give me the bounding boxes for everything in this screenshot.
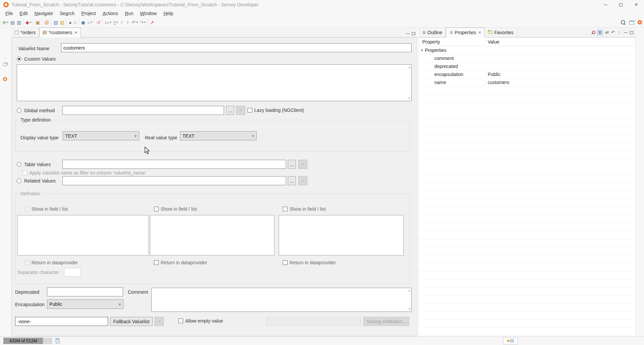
property-column-header[interactable]: Property [419, 39, 485, 45]
definition-list-1[interactable] [17, 215, 149, 256]
scroll-down-icon[interactable]: ∨ [408, 96, 411, 100]
close-tab-icon[interactable]: × [478, 30, 481, 35]
custom-values-radio[interactable] [17, 57, 21, 61]
minimize-window-button[interactable] [598, 0, 613, 9]
global-method-input[interactable] [62, 106, 224, 115]
return-in-dataprovider-checkbox-2[interactable] [154, 260, 159, 265]
valuelist-name-input[interactable] [61, 43, 412, 52]
menu-run[interactable]: Run [121, 10, 137, 17]
maximize-editor-icon[interactable] [412, 32, 415, 35]
client-launcher[interactable] [503, 337, 518, 344]
table-values-input[interactable] [62, 160, 286, 169]
launch-client-icon[interactable]: ◆▾ [24, 18, 32, 26]
definition-list-3[interactable] [279, 215, 404, 256]
custom-values-textarea[interactable]: ∧ ∨ [17, 64, 412, 101]
servoy-toolbar-icon[interactable] [638, 20, 642, 24]
property-row-comment[interactable]: comment [419, 54, 635, 62]
pin-editor-icon[interactable]: ↗ [149, 18, 155, 26]
dropdown-caret-icon[interactable]: ▾ [91, 21, 92, 24]
view-tab-favorites[interactable]: Favorites [485, 27, 517, 37]
global-method-radio[interactable] [17, 108, 21, 113]
allow-empty-value-checkbox[interactable] [178, 319, 183, 323]
new-valuelist-icon[interactable]: ▨ [59, 18, 65, 26]
value-column-header[interactable]: Value [485, 39, 635, 45]
dropdown-caret-icon[interactable]: ▾ [116, 21, 118, 24]
property-row-properties[interactable]: ∨Properties [419, 46, 635, 54]
select-tool-icon[interactable]: ↺ [95, 18, 101, 26]
place-group-icon[interactable]: ▯▾ [112, 18, 119, 26]
save-icon[interactable]: ▤ [9, 18, 16, 26]
dropdown-caret-icon[interactable]: ▾ [136, 21, 138, 24]
menu-navigate[interactable]: Navigate [31, 10, 56, 17]
chevron-down-icon[interactable]: ∨ [419, 48, 425, 52]
real-value-type-select[interactable]: TEXT ∨ [180, 131, 257, 140]
new-global-method-icon[interactable]: @ [43, 18, 50, 26]
menu-search[interactable]: Search [56, 10, 78, 17]
open-perspective-icon[interactable] [629, 20, 634, 24]
comment-textarea[interactable]: ∧ ∨ [151, 288, 412, 312]
display-value-type-select[interactable]: TEXT ∨ [63, 131, 139, 140]
editor-tab-orders[interactable]: *orders [11, 27, 39, 37]
menu-project[interactable]: Project [78, 10, 99, 17]
menu-window[interactable]: Window [137, 10, 160, 17]
menu-file[interactable]: File [2, 10, 16, 17]
heap-status[interactable]: 433M of 512M [3, 338, 52, 344]
place-field-icon[interactable]: ▭▾ [104, 18, 112, 26]
run-garbage-collector-icon[interactable] [56, 338, 60, 343]
show-in-field-checkbox-3[interactable] [283, 207, 287, 211]
scroll-up-icon[interactable]: ∧ [408, 289, 411, 292]
maximize-view-icon[interactable] [630, 31, 633, 34]
scroll-up-icon[interactable]: ∧ [408, 66, 411, 69]
dropdown-caret-icon[interactable]: ▾ [7, 21, 8, 24]
property-row-name[interactable]: namecustomers [419, 78, 635, 86]
restore-default-icon[interactable]: ↶ [611, 30, 615, 35]
dropdown-caret-icon[interactable]: ▾ [144, 21, 146, 24]
view-tab-properties[interactable]: ≣Properties× [446, 27, 485, 38]
related-values-radio[interactable] [17, 179, 21, 183]
dropdown-caret-icon[interactable]: ▾ [30, 21, 31, 24]
solution-view-icon[interactable] [3, 77, 7, 81]
view-tab-outline[interactable]: ≣Outline [419, 27, 446, 37]
restore-view-icon[interactable] [3, 63, 7, 66]
view-menu-icon[interactable]: ⋮ [617, 30, 622, 35]
minimize-editor-icon[interactable] [406, 33, 410, 34]
show-categories-icon[interactable]: ≣ [597, 30, 603, 35]
property-value[interactable]: Public [485, 72, 635, 77]
zoom-icon[interactable]: ○▾ [86, 18, 93, 26]
menu-help[interactable]: Help [160, 10, 176, 17]
export-solution-icon[interactable]: ▣ [35, 18, 41, 26]
editor-tab-customers[interactable]: *customers× [39, 27, 81, 38]
search-icon[interactable] [621, 20, 626, 25]
table-values-radio[interactable] [17, 162, 21, 167]
deprecated-input[interactable] [47, 287, 123, 296]
fallback-valuelist-input[interactable] [15, 317, 108, 326]
maximize-window-button[interactable] [613, 0, 629, 9]
related-values-input[interactable] [62, 176, 286, 185]
grip-handle[interactable]: ⋯ [3, 56, 7, 60]
anchor-back-icon[interactable]: ↶▾ [131, 18, 139, 26]
table-values-browse-button[interactable]: ... [288, 160, 296, 169]
menu-actions[interactable]: Actions [99, 10, 121, 17]
encapsulation-select[interactable]: Public ∨ [47, 299, 123, 309]
close-tab-icon[interactable]: × [74, 30, 77, 35]
browse-icon[interactable]: ◉ [80, 18, 86, 26]
pin-view-icon[interactable] [591, 30, 595, 34]
minimize-view-icon[interactable] [624, 32, 628, 33]
fallback-valuelist-button[interactable]: Fallback Valuelist [110, 317, 153, 326]
save-all-icon[interactable]: ▥ [16, 18, 22, 26]
return-in-dataprovider-checkbox-3[interactable] [283, 260, 287, 265]
new-media-icon[interactable]: ◕ [68, 18, 72, 26]
new-form-icon[interactable]: ▧ [52, 18, 59, 26]
scroll-down-icon[interactable]: ∨ [408, 307, 411, 310]
definition-list-2[interactable] [150, 215, 274, 256]
show-in-field-checkbox-2[interactable] [154, 207, 159, 211]
close-window-button[interactable]: × [629, 0, 644, 9]
property-value[interactable]: customers [485, 80, 635, 85]
dropdown-caret-icon[interactable]: ▾ [110, 21, 111, 24]
link-with-editor-icon[interactable]: ⇄ [605, 30, 609, 35]
global-method-browse-button[interactable]: ... [226, 106, 234, 115]
property-row-deprecated[interactable]: deprecated [419, 62, 635, 70]
related-values-browse-button[interactable]: ... [288, 176, 296, 185]
anchor-forward-icon[interactable]: ↷▾ [139, 18, 147, 26]
new-solution-icon[interactable]: ⊕▾ [1, 18, 9, 26]
